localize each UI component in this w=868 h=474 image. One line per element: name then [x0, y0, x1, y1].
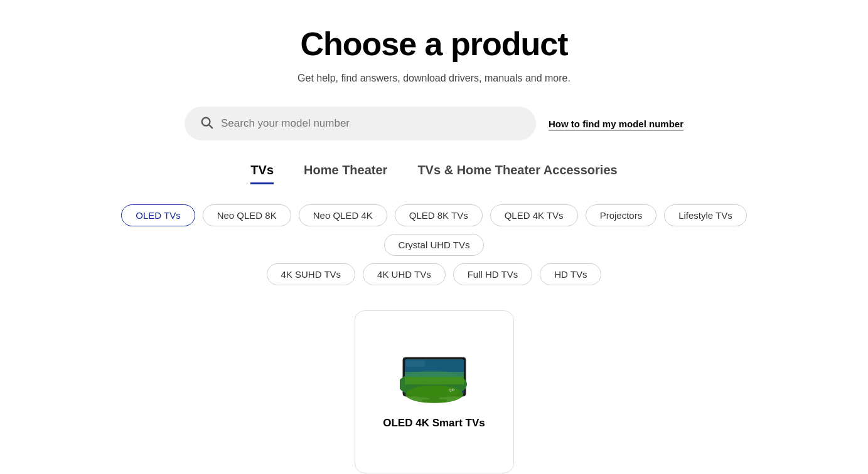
page-title: Choose a product	[300, 25, 567, 63]
filter-pill-4k-suhd-tvs[interactable]: 4K SUHD TVs	[267, 263, 356, 285]
svg-point-11	[405, 386, 463, 403]
svg-rect-10	[405, 359, 464, 377]
tabs-row: TVsHome TheaterTVs & Home Theater Access…	[250, 163, 617, 184]
tab-tvs[interactable]: TVs	[250, 163, 274, 184]
filter-pill-qled-4k-tvs[interactable]: QLED 4K TVs	[490, 204, 578, 226]
filter-pill-4k-uhd-tvs[interactable]: 4K UHD TVs	[363, 263, 446, 285]
filter-pill-neo-qled-4k[interactable]: Neo QLED 4K	[299, 204, 387, 226]
page-subtitle: Get help, find answers, download drivers…	[297, 73, 571, 84]
filter-pill-hd-tvs[interactable]: HD TVs	[540, 263, 601, 285]
filter-pill-projectors[interactable]: Projectors	[586, 204, 657, 226]
svg-line-1	[209, 125, 212, 128]
product-card-image: QD	[397, 354, 472, 404]
filter-pill-qled-8k-tvs[interactable]: QLED 8K TVs	[395, 204, 483, 226]
filter-pills-row2: 4K SUHD TVs4K UHD TVsFull HD TVsHD TVs	[267, 263, 602, 285]
search-input[interactable]	[221, 117, 521, 130]
tab-accessories[interactable]: TVs & Home Theater Accessories	[417, 163, 617, 184]
svg-text:QD: QD	[449, 388, 455, 392]
filter-pill-crystal-uhd-tvs[interactable]: Crystal UHD TVs	[384, 234, 485, 256]
product-card-oled-4k-smart-tvs[interactable]: QD OLED 4K Smart TVs	[355, 310, 514, 473]
product-grid: QD OLED 4K Smart TVs	[355, 310, 514, 474]
filter-pill-neo-qled-8k[interactable]: Neo QLED 8K	[203, 204, 291, 226]
filter-pill-oled-tvs[interactable]: OLED TVs	[121, 204, 195, 226]
filter-pill-lifestyle-tvs[interactable]: Lifestyle TVs	[664, 204, 747, 226]
search-row: How to find my model number	[152, 107, 717, 140]
search-box	[185, 107, 536, 140]
model-help-link[interactable]: How to find my model number	[549, 118, 683, 129]
tab-home-theater[interactable]: Home Theater	[304, 163, 387, 184]
filter-pills-row1: OLED TVsNeo QLED 8KNeo QLED 4KQLED 8K TV…	[89, 204, 780, 256]
search-icon	[200, 115, 213, 132]
filter-pill-full-hd-tvs[interactable]: Full HD TVs	[453, 263, 533, 285]
product-card-label: OLED 4K Smart TVs	[383, 417, 485, 429]
